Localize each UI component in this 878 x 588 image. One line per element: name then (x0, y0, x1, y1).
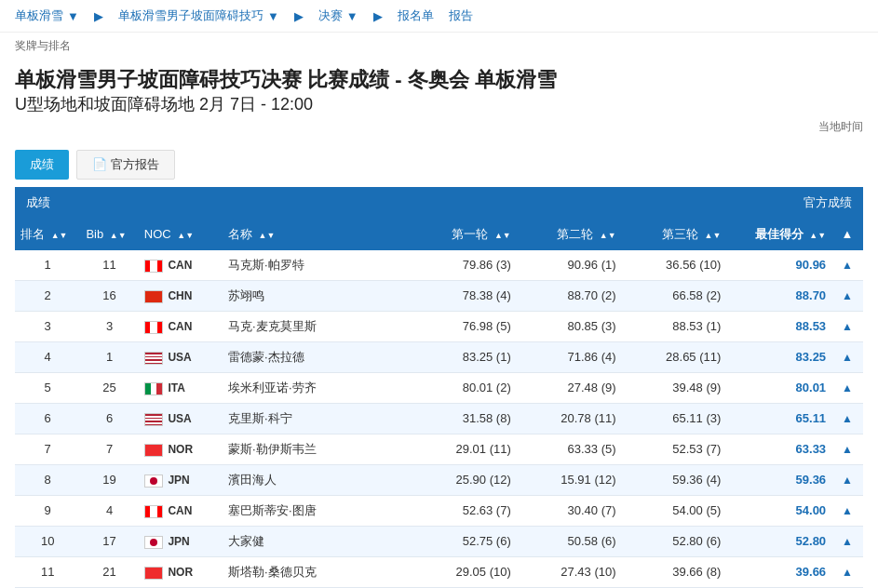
sort-bib[interactable]: ▲▼ (110, 232, 127, 240)
flag-usa (144, 413, 163, 426)
cell-r1: 76.98 (5) (412, 311, 517, 341)
nav-arrow-event: ▼ (267, 9, 279, 23)
expand-all-icon[interactable]: ▲ (842, 227, 854, 241)
expand-row-icon[interactable]: ▲ (842, 381, 853, 394)
col-header-best[interactable]: 最佳得分 ▲▼ (726, 219, 831, 250)
sort-noc[interactable]: ▲▼ (177, 232, 194, 240)
cell-r3: 52.53 (7) (622, 434, 727, 464)
cell-best: 39.66 (726, 556, 831, 587)
sort-r2[interactable]: ▲▼ (600, 232, 616, 240)
cell-expand[interactable]: ▲ (831, 280, 863, 311)
flag-nor (144, 444, 163, 457)
flag-jpn (144, 474, 163, 488)
cell-noc: JPN (139, 526, 223, 556)
flag-can (144, 505, 163, 518)
cell-expand[interactable]: ▲ (831, 372, 863, 403)
expand-row-icon[interactable]: ▲ (842, 566, 853, 579)
cell-r3: 52.80 (6) (622, 526, 727, 556)
noc-label: USA (168, 412, 191, 425)
table-row[interactable]: 2 16 CHN 苏翊鸣 78.38 (4) 88.70 (2) 66.58 (… (15, 280, 863, 311)
cell-expand[interactable]: ▲ (831, 464, 863, 495)
expand-row-icon[interactable]: ▲ (842, 289, 853, 302)
expand-row-icon[interactable]: ▲ (842, 504, 853, 517)
table-row[interactable]: 7 7 NOR 蒙斯·勒伊斯韦兰 29.01 (11) 63.33 (5) 52… (15, 434, 863, 464)
nav-item-event[interactable]: 单板滑雪男子坡面障碍技巧 ▼ (118, 7, 279, 24)
cell-expand[interactable]: ▲ (831, 434, 863, 464)
table-row[interactable]: 4 1 USA 雷德蒙·杰拉德 83.25 (1) 71.86 (4) 28.6… (15, 341, 863, 372)
nav-item-final[interactable]: 决赛 ▼ (318, 7, 358, 24)
breadcrumb: 奖牌与排名 (0, 33, 878, 60)
cell-expand[interactable]: ▲ (831, 341, 863, 372)
col-header-rank[interactable]: 排名 ▲▼ (15, 219, 80, 250)
table-column-headers: 排名 ▲▼ Bib ▲▼ NOC ▲▼ 名称 ▲▼ 第一轮 ▲▼ (15, 219, 863, 250)
cell-r2: 27.43 (10) (517, 556, 622, 587)
table-row[interactable]: 10 17 JPN 大家健 52.75 (6) 50.58 (6) 52.80 … (15, 526, 863, 556)
cell-bib: 4 (80, 495, 138, 526)
cell-r3: 65.11 (3) (622, 403, 727, 434)
col-header-r3[interactable]: 第三轮 ▲▼ (622, 219, 727, 250)
cell-name: 斯塔勒·桑德贝克 (223, 556, 412, 587)
cell-r1: 25.90 (12) (412, 464, 517, 495)
nav-separator3: ▶ (373, 9, 383, 23)
cell-bib: 17 (80, 526, 138, 556)
col-header-r1[interactable]: 第一轮 ▲▼ (412, 219, 517, 250)
cell-name: 雷德蒙·杰拉德 (223, 341, 412, 372)
sort-rank[interactable]: ▲▼ (51, 232, 68, 240)
cell-best: 59.36 (726, 464, 831, 495)
nav-item-report[interactable]: 报告 (449, 7, 473, 24)
col-header-bib[interactable]: Bib ▲▼ (80, 219, 138, 250)
table-row[interactable]: 11 21 NOR 斯塔勒·桑德贝克 29.05 (10) 27.43 (10)… (15, 556, 863, 587)
cell-bib: 19 (80, 464, 138, 495)
flag-ita (144, 382, 163, 395)
tab-official-report[interactable]: 📄 官方报告 (76, 150, 175, 180)
cell-rank: 7 (15, 434, 80, 464)
cell-name: 克里斯·科宁 (223, 403, 412, 434)
expand-row-icon[interactable]: ▲ (842, 259, 853, 272)
sort-name[interactable]: ▲▼ (259, 232, 276, 240)
cell-expand[interactable]: ▲ (831, 526, 863, 556)
cell-expand[interactable]: ▲ (831, 403, 863, 434)
cell-expand[interactable]: ▲ (831, 556, 863, 587)
cell-bib: 11 (80, 250, 138, 281)
col-header-r2[interactable]: 第二轮 ▲▼ (517, 219, 622, 250)
expand-row-icon[interactable]: ▲ (842, 474, 853, 487)
sort-best[interactable]: ▲▼ (809, 232, 826, 240)
cell-r1: 31.58 (8) (412, 403, 517, 434)
col-header-name[interactable]: 名称 ▲▼ (223, 219, 412, 250)
nav-item-snowboard[interactable]: 单板滑雪 ▼ (15, 7, 79, 24)
cell-r1: 52.63 (7) (412, 495, 517, 526)
cell-best: 83.25 (726, 341, 831, 372)
expand-row-icon[interactable]: ▲ (842, 320, 853, 333)
cell-rank: 5 (15, 372, 80, 403)
expand-row-icon[interactable]: ▲ (842, 412, 853, 425)
table-row[interactable]: 5 25 ITA 埃米利亚诺·劳齐 80.01 (2) 27.48 (9) 39… (15, 372, 863, 403)
cell-name: 大家健 (223, 526, 412, 556)
noc-label: CAN (168, 259, 192, 272)
col-header-noc[interactable]: NOC ▲▼ (139, 219, 223, 250)
table-row[interactable]: 3 3 CAN 马克·麦克莫里斯 76.98 (5) 80.85 (3) 88.… (15, 311, 863, 341)
cell-rank: 11 (15, 556, 80, 587)
cell-rank: 10 (15, 526, 80, 556)
table-row[interactable]: 6 6 USA 克里斯·科宁 31.58 (8) 20.78 (11) 65.1… (15, 403, 863, 434)
table-row[interactable]: 8 19 JPN 濱田海人 25.90 (12) 15.91 (12) 59.3… (15, 464, 863, 495)
cell-r2: 50.58 (6) (517, 526, 622, 556)
cell-noc: NOR (139, 556, 223, 587)
nav-item-entry[interactable]: 报名单 (398, 7, 434, 24)
cell-r1: 83.25 (1) (412, 341, 517, 372)
cell-expand[interactable]: ▲ (831, 311, 863, 341)
table-row[interactable]: 1 11 CAN 马克斯·帕罗特 79.86 (3) 90.96 (1) 36.… (15, 250, 863, 281)
cell-expand[interactable]: ▲ (831, 495, 863, 526)
tab-results[interactable]: 成绩 (15, 150, 69, 180)
sort-r1[interactable]: ▲▼ (494, 232, 511, 240)
expand-row-icon[interactable]: ▲ (842, 535, 853, 548)
col-header-expand[interactable]: ▲ (831, 219, 863, 250)
cell-best: 65.11 (726, 403, 831, 434)
cell-bib: 7 (80, 434, 138, 464)
expand-row-icon[interactable]: ▲ (842, 351, 853, 364)
cell-r2: 80.85 (3) (517, 311, 622, 341)
table-row[interactable]: 9 4 CAN 塞巴斯蒂安·图唐 52.63 (7) 30.40 (7) 54.… (15, 495, 863, 526)
cell-expand[interactable]: ▲ (831, 250, 863, 281)
expand-row-icon[interactable]: ▲ (842, 443, 853, 456)
sort-r3[interactable]: ▲▼ (705, 232, 722, 240)
top-navigation: 单板滑雪 ▼ ▶ 单板滑雪男子坡面障碍技巧 ▼ ▶ 决赛 ▼ ▶ 报名单 报告 (0, 0, 878, 33)
